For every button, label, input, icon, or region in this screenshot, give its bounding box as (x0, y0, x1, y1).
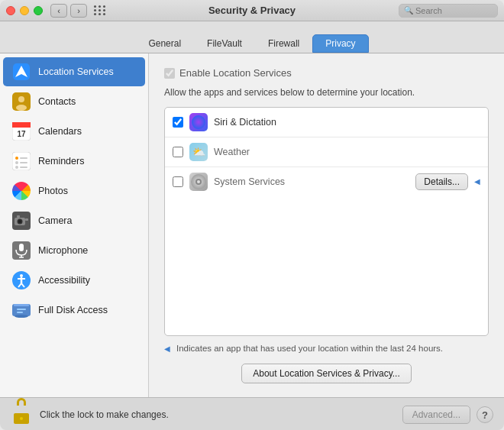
search-input[interactable] (415, 6, 493, 15)
sidebar-item-reminders[interactable]: Reminders (3, 147, 145, 176)
reminders-icon (12, 152, 31, 170)
about-location-button[interactable]: About Location Services & Privacy... (241, 364, 412, 383)
svg-rect-34 (17, 309, 26, 310)
details-button[interactable]: Details... (415, 173, 468, 190)
app-row-siri: Siri & Dictation (165, 108, 488, 137)
maximize-button[interactable] (34, 6, 43, 15)
window-title: Security & Privacy (208, 5, 296, 16)
hint-text: Indicates an app that has used your loca… (176, 344, 443, 353)
help-button[interactable]: ? (477, 406, 493, 423)
main-content: Location Services Contacts 17 (0, 53, 504, 397)
svg-rect-20 (25, 218, 28, 221)
reminders-label: Reminders (38, 156, 84, 167)
enable-location-checkbox[interactable] (164, 68, 175, 79)
forward-icon: › (77, 6, 80, 15)
weather-app-icon: ⛅ (189, 143, 208, 161)
tab-general[interactable]: General (135, 34, 194, 53)
weather-app-name: Weather (214, 147, 480, 157)
microphone-icon-wrap (11, 240, 32, 261)
system-services-icon (189, 173, 208, 191)
hint-row: ◀ Indicates an app that has used your lo… (164, 344, 489, 353)
sidebar-item-photos[interactable]: Photos (3, 176, 145, 205)
location-icon (13, 63, 30, 80)
reminders-icon-wrap (11, 150, 32, 172)
location-services-icon-wrap (11, 61, 32, 82)
lock-keyhole (20, 417, 23, 420)
full-disk-icon (12, 301, 31, 319)
full-disk-icon-wrap (11, 299, 32, 321)
calendars-label: Calendars (38, 126, 82, 137)
minimize-button[interactable] (20, 6, 29, 15)
siri-checkbox[interactable] (173, 117, 183, 128)
location-description: Allow the apps and services below to det… (164, 86, 489, 99)
sidebar-item-camera[interactable]: Camera (3, 206, 145, 235)
svg-text:17: 17 (17, 130, 26, 138)
svg-point-27 (20, 274, 23, 277)
apps-grid-button[interactable] (92, 4, 108, 18)
system-services-checkbox[interactable] (173, 176, 183, 187)
back-button[interactable]: ‹ (50, 4, 67, 18)
app-row-system-services: System Services Details... ◀ (165, 167, 488, 196)
siri-app-icon (189, 113, 208, 131)
apps-grid-icon (94, 5, 106, 15)
enable-row: Enable Location Services (164, 67, 489, 79)
camera-icon-wrap (11, 210, 32, 231)
accessibility-icon (12, 271, 31, 289)
svg-point-3 (18, 96, 24, 102)
sidebar-item-full-disk-access[interactable]: Full Disk Access (3, 296, 145, 325)
location-used-indicator: ◀ (474, 177, 480, 186)
camera-label: Camera (38, 215, 72, 226)
svg-rect-15 (20, 167, 27, 168)
svg-rect-11 (20, 157, 27, 159)
app-row-weather: ⛅ Weather (165, 137, 488, 167)
calendars-icon-wrap: 17 (11, 121, 32, 142)
accessibility-label: Accessibility (38, 275, 90, 286)
svg-point-4 (16, 105, 27, 111)
siri-app-name: Siri & Dictation (214, 117, 480, 128)
sidebar-item-accessibility[interactable]: Accessibility (3, 266, 145, 295)
back-icon: ‹ (57, 6, 60, 15)
nav-buttons: ‹ › (50, 4, 87, 18)
sidebar-item-calendars[interactable]: 17 Calendars (3, 117, 145, 146)
titlebar: ‹ › Security & Privacy 🔍 (0, 0, 504, 21)
sidebar-item-location-services[interactable]: Location Services (3, 57, 145, 86)
tab-firewall[interactable]: Firewall (255, 34, 312, 53)
svg-rect-23 (19, 244, 24, 251)
svg-point-19 (18, 220, 21, 223)
svg-point-40 (197, 180, 200, 183)
contacts-icon (12, 92, 31, 111)
apps-list: Siri & Dictation ⛅ Weather (164, 107, 489, 336)
search-box[interactable]: 🔍 (399, 4, 498, 18)
svg-point-36 (15, 315, 28, 318)
traffic-lights (6, 6, 43, 15)
calendars-icon: 17 (12, 122, 31, 141)
lock-shackle (17, 398, 26, 406)
microphone-icon (12, 241, 31, 260)
bottom-right: Advanced... ? (402, 406, 493, 424)
bottom-bar: Click the lock to make changes. Advanced… (0, 397, 504, 430)
tab-privacy[interactable]: Privacy (312, 34, 368, 53)
advanced-button[interactable]: Advanced... (402, 406, 470, 424)
sidebar-item-microphone[interactable]: Microphone (3, 236, 145, 265)
right-panel: Enable Location Services Allow the apps … (149, 53, 504, 397)
close-button[interactable] (6, 6, 15, 15)
svg-point-14 (15, 166, 18, 169)
svg-rect-13 (20, 162, 27, 163)
accessibility-icon-wrap (11, 270, 32, 291)
microphone-label: Microphone (38, 245, 88, 256)
tab-filevault[interactable]: FileVault (194, 34, 255, 53)
photos-icon (12, 182, 31, 200)
photos-icon-wrap (11, 180, 32, 202)
weather-checkbox[interactable] (173, 147, 183, 157)
svg-point-10 (15, 157, 18, 160)
lock-button[interactable] (11, 403, 32, 427)
forward-button[interactable]: › (70, 4, 87, 18)
system-services-name: System Services (214, 176, 409, 187)
lock-label: Click the lock to make changes. (40, 409, 169, 420)
enable-location-label: Enable Location Services (179, 67, 292, 79)
svg-rect-33 (14, 304, 29, 306)
sidebar: Location Services Contacts 17 (0, 53, 149, 397)
sidebar-item-contacts[interactable]: Contacts (3, 87, 145, 116)
lock-body (14, 413, 29, 424)
photos-label: Photos (38, 186, 68, 196)
